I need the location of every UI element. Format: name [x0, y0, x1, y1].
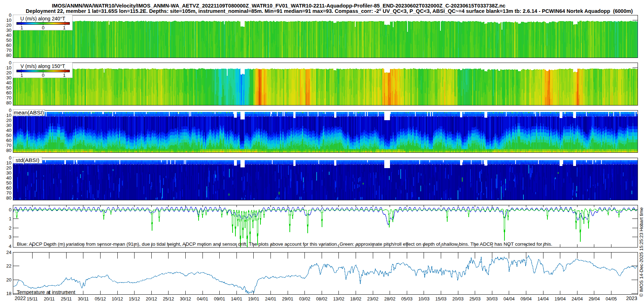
svg-text:Temperature at instrument: Temperature at instrument [17, 289, 75, 295]
svg-text:Blue: ADCP Depth (m) variation: Blue: ADCP Depth (m) variation from sens… [17, 241, 552, 247]
